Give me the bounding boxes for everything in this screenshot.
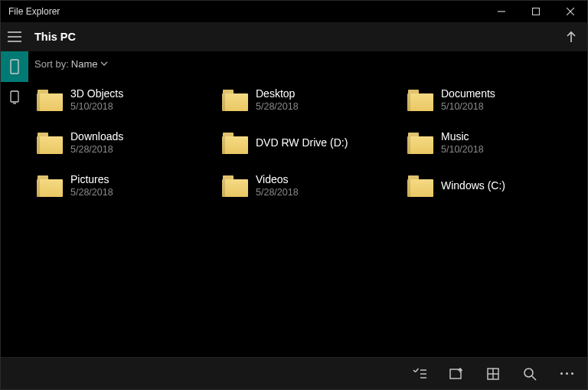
more-button[interactable] bbox=[550, 360, 583, 388]
folder-item[interactable]: Desktop 5/28/2018 bbox=[218, 80, 397, 120]
svg-line-12 bbox=[416, 369, 419, 372]
folder-item[interactable]: Documents 5/10/2018 bbox=[403, 80, 583, 120]
folder-icon bbox=[222, 90, 248, 111]
item-name: Music bbox=[441, 130, 484, 144]
item-date: 5/10/2018 bbox=[70, 101, 123, 113]
folder-icon bbox=[37, 133, 63, 154]
item-text: Pictures 5/28/2018 bbox=[70, 173, 113, 198]
new-folder-button[interactable] bbox=[440, 360, 472, 388]
item-name: Windows (C:) bbox=[441, 179, 505, 193]
folder-icon bbox=[407, 90, 433, 111]
item-text: Downloads 5/28/2018 bbox=[70, 130, 123, 156]
body: Sort by: Name 3D Objects 5/10/2018 Deskt… bbox=[1, 51, 587, 357]
sort-button[interactable]: Sort by: Name bbox=[28, 51, 587, 76]
content: Sort by: Name 3D Objects 5/10/2018 Deskt… bbox=[28, 51, 587, 357]
folder-icon bbox=[222, 175, 248, 197]
bottombar bbox=[1, 357, 587, 389]
folder-icon bbox=[407, 133, 433, 154]
select-button[interactable] bbox=[403, 360, 436, 388]
hamburger-button[interactable] bbox=[1, 22, 28, 51]
folder-item[interactable]: Music 5/10/2018 bbox=[403, 123, 583, 163]
folder-icon bbox=[407, 175, 433, 197]
folder-icon bbox=[37, 90, 63, 111]
item-text: Music 5/10/2018 bbox=[441, 130, 484, 156]
item-name: Documents bbox=[441, 87, 495, 101]
folder-item[interactable]: Downloads 5/28/2018 bbox=[33, 123, 212, 163]
folder-icon bbox=[222, 133, 248, 154]
item-text: DVD RW Drive (D:) bbox=[256, 136, 348, 150]
item-date: 5/28/2018 bbox=[256, 187, 299, 199]
item-name: Videos bbox=[256, 173, 299, 187]
sort-field: Name bbox=[71, 58, 98, 70]
window-title: File Explorer bbox=[8, 6, 484, 17]
titlebar: File Explorer bbox=[1, 1, 587, 22]
item-name: 3D Objects bbox=[70, 87, 123, 101]
item-date: 5/10/2018 bbox=[441, 144, 484, 156]
sidebar-item-thispc[interactable] bbox=[1, 51, 28, 82]
item-text: Desktop 5/28/2018 bbox=[256, 87, 299, 113]
item-date: 5/28/2018 bbox=[70, 187, 113, 199]
sidebar bbox=[1, 51, 28, 357]
item-name: Pictures bbox=[70, 173, 113, 187]
item-name: Downloads bbox=[70, 130, 123, 144]
svg-point-22 bbox=[524, 369, 533, 377]
folder-item[interactable]: Videos 5/28/2018 bbox=[218, 166, 397, 206]
folder-item[interactable]: 3D Objects 5/10/2018 bbox=[33, 80, 212, 120]
item-text: 3D Objects 5/10/2018 bbox=[70, 87, 123, 113]
item-name: DVD RW Drive (D:) bbox=[256, 136, 348, 150]
folder-icon bbox=[37, 175, 63, 197]
location-title: This PC bbox=[28, 31, 555, 43]
svg-rect-9 bbox=[11, 91, 18, 102]
chevron-down-icon bbox=[100, 59, 109, 68]
minimize-button[interactable] bbox=[484, 1, 518, 22]
item-text: Videos 5/28/2018 bbox=[256, 173, 299, 198]
sidebar-item-drive[interactable] bbox=[1, 82, 28, 113]
item-text: Windows (C:) bbox=[441, 179, 505, 193]
item-date: 5/10/2018 bbox=[441, 101, 495, 113]
items-grid: 3D Objects 5/10/2018 Desktop 5/28/2018 D… bbox=[28, 76, 587, 357]
window-controls bbox=[484, 1, 587, 22]
item-date: 5/28/2018 bbox=[70, 144, 123, 156]
up-button[interactable] bbox=[555, 22, 587, 51]
sort-prefix: Sort by: bbox=[34, 58, 69, 70]
svg-line-23 bbox=[532, 376, 536, 380]
close-button[interactable] bbox=[553, 1, 587, 22]
header: This PC bbox=[1, 22, 587, 51]
svg-rect-8 bbox=[11, 60, 18, 74]
item-date: 5/28/2018 bbox=[256, 101, 299, 113]
view-grid-button[interactable] bbox=[477, 360, 509, 388]
maximize-button[interactable] bbox=[518, 1, 553, 22]
search-button[interactable] bbox=[514, 360, 546, 388]
more-icon bbox=[560, 372, 573, 375]
svg-rect-1 bbox=[532, 8, 539, 15]
folder-item[interactable]: DVD RW Drive (D:) bbox=[218, 123, 397, 163]
item-name: Desktop bbox=[256, 87, 299, 101]
item-text: Documents 5/10/2018 bbox=[441, 87, 495, 113]
folder-item[interactable]: Pictures 5/28/2018 bbox=[33, 166, 212, 206]
svg-rect-16 bbox=[450, 369, 461, 379]
folder-item[interactable]: Windows (C:) bbox=[403, 166, 583, 206]
